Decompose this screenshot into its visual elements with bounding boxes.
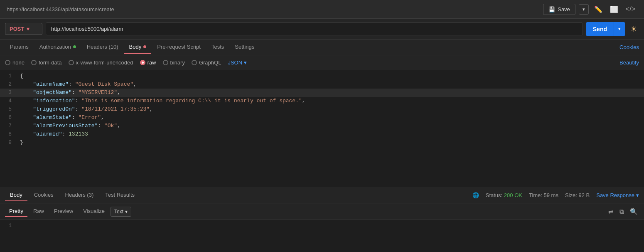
tab-params-label: Params	[10, 44, 29, 50]
method-dropdown-icon: ▾	[27, 26, 29, 32]
tabs-left: Params Authorization Headers (10) Body P…	[5, 40, 259, 54]
copy-icon-button[interactable]: ⧉	[618, 207, 625, 217]
format-icons: ⇌ ⧉ 🔍	[607, 207, 639, 217]
line-content: "objectName": "MYSERVER12",	[17, 89, 644, 97]
option-raw[interactable]: raw	[140, 59, 156, 66]
option-graphql[interactable]: GraphQL	[192, 59, 221, 66]
line-number: 6	[0, 114, 17, 122]
tabs-bar: Params Authorization Headers (10) Body P…	[0, 40, 644, 55]
settings-icon-button[interactable]: ☀	[628, 22, 639, 36]
response-status: 🌐 Status: 200 OK Time: 59 ms Size: 92 B …	[472, 192, 639, 198]
text-format-chevron: ▾	[125, 209, 128, 215]
option-urlencoded[interactable]: x-www-form-urlencoded	[69, 59, 133, 66]
line-number: 7	[0, 122, 17, 130]
send-dropdown-button[interactable]: ▾	[614, 22, 625, 36]
line-content: "alarmPreviousState": "Ok",	[17, 122, 644, 130]
authorization-dot	[73, 45, 76, 48]
line-number: 1	[0, 72, 17, 80]
send-button[interactable]: Send	[586, 22, 614, 36]
top-bar-actions: 💾 Save ▾ ✏️ ⬜ </>	[543, 3, 637, 15]
radio-binary	[163, 60, 168, 65]
option-form-data[interactable]: form-data	[31, 59, 62, 66]
editor-line: 3 "objectName": "MYSERVER12",	[0, 89, 644, 97]
line-number: 2	[0, 80, 17, 89]
response-size: Size: 92 B	[565, 192, 590, 198]
tab-params[interactable]: Params	[5, 40, 34, 54]
fmt-tab-visualize[interactable]: Visualize	[79, 206, 109, 217]
save-dropdown-button[interactable]: ▾	[579, 4, 589, 15]
tab-settings[interactable]: Settings	[230, 40, 259, 54]
page-url: https://localhost:44336/api/datasource/c…	[7, 6, 114, 12]
code-icon-button[interactable]: </>	[624, 3, 637, 15]
tab-headers-label: Headers (10)	[87, 44, 118, 50]
text-format-label: Text	[114, 209, 123, 215]
line-content: "triggeredOn": "18/11/2021 17:35:23",	[17, 105, 644, 114]
tab-settings-label: Settings	[235, 44, 254, 50]
editor-line: 7 "alarmPreviousState": "Ok",	[0, 122, 644, 130]
code-editor[interactable]: 1{2 "alarmName": "Guest Disk Space",3 "o…	[0, 70, 644, 187]
format-tabs-left: Pretty Raw Preview Visualize Text ▾	[5, 206, 131, 217]
url-input[interactable]	[46, 22, 583, 35]
tab-tests[interactable]: Tests	[206, 40, 229, 54]
tab-authorization[interactable]: Authorization	[34, 40, 81, 54]
beautify-button[interactable]: Beautify	[619, 59, 639, 66]
body-options-bar: none form-data x-www-form-urlencoded raw…	[0, 55, 644, 70]
fmt-tab-raw[interactable]: Raw	[29, 206, 48, 217]
json-format-chevron: ▾	[244, 59, 247, 66]
fmt-tab-preview[interactable]: Preview	[50, 206, 77, 217]
line-content: }	[17, 138, 644, 147]
editor-line: 4 "information": "This is some informati…	[0, 97, 644, 105]
tab-body-label: Body	[129, 44, 142, 50]
line-number: 5	[0, 105, 17, 114]
editor-line: 6 "alarmState": "Error",	[0, 114, 644, 122]
line-number: 4	[0, 97, 17, 105]
line-content: {	[17, 72, 644, 80]
tab-authorization-label: Authorization	[39, 44, 71, 50]
response-tabs-bar: Body Cookies Headers (3) Test Results 🌐 …	[0, 187, 644, 203]
search-icon-button[interactable]: 🔍	[629, 207, 639, 217]
response-time: Time: 59 ms	[529, 192, 558, 198]
preview-icon-button[interactable]: ⬜	[608, 3, 620, 15]
response-tabs-left: Body Cookies Headers (3) Test Results	[5, 189, 140, 201]
resp-tab-test-results[interactable]: Test Results	[100, 189, 140, 201]
wrap-icon-button[interactable]: ⇌	[607, 207, 615, 217]
status-label: Status: 200 OK	[486, 192, 522, 198]
save-icon: 💾	[548, 6, 555, 12]
option-binary[interactable]: binary	[163, 59, 185, 66]
edit-icon-button[interactable]: ✏️	[592, 3, 605, 15]
json-format-dropdown[interactable]: JSON ▾	[228, 59, 247, 66]
line-number: 8	[0, 130, 17, 138]
url-bar: POST ▾ Send ▾ ☀	[0, 19, 644, 40]
option-none[interactable]: none	[5, 59, 25, 66]
line-number: 9	[0, 138, 17, 147]
editor-container: 1{2 "alarmName": "Guest Disk Space",3 "o…	[0, 70, 644, 187]
response-line: 1	[0, 222, 644, 230]
top-bar: https://localhost:44336/api/datasource/c…	[0, 0, 644, 19]
response-line-num: 1	[0, 222, 17, 230]
text-format-dropdown[interactable]: Text ▾	[111, 207, 131, 217]
method-select[interactable]: POST ▾	[5, 23, 42, 35]
tab-body[interactable]: Body	[124, 40, 152, 54]
save-button[interactable]: 💾 Save	[543, 4, 575, 15]
body-dot	[143, 45, 146, 48]
resp-tab-headers[interactable]: Headers (3)	[60, 189, 99, 201]
json-format-label: JSON	[228, 59, 242, 66]
editor-line: 1{	[0, 72, 644, 80]
editor-line: 5 "triggeredOn": "18/11/2021 17:35:23",	[0, 105, 644, 114]
line-content: "information": "This is some information…	[17, 97, 644, 105]
fmt-tab-pretty[interactable]: Pretty	[5, 206, 27, 217]
radio-none	[5, 60, 10, 65]
radio-urlencoded	[69, 60, 74, 65]
response-body: 1	[0, 220, 644, 252]
resp-tab-cookies[interactable]: Cookies	[29, 189, 59, 201]
resp-tab-body[interactable]: Body	[5, 189, 27, 201]
editor-line: 2 "alarmName": "Guest Disk Space",	[0, 80, 644, 89]
cookies-link[interactable]: Cookies	[619, 44, 639, 50]
editor-line: 9}	[0, 138, 644, 147]
tab-headers[interactable]: Headers (10)	[82, 40, 123, 54]
save-response-button[interactable]: Save Response ▾	[596, 192, 639, 198]
body-options-left: none form-data x-www-form-urlencoded raw…	[5, 59, 247, 66]
tab-pre-request[interactable]: Pre-request Script	[152, 40, 206, 54]
line-content: "alarmState": "Error",	[17, 114, 644, 122]
radio-form-data	[31, 60, 37, 65]
